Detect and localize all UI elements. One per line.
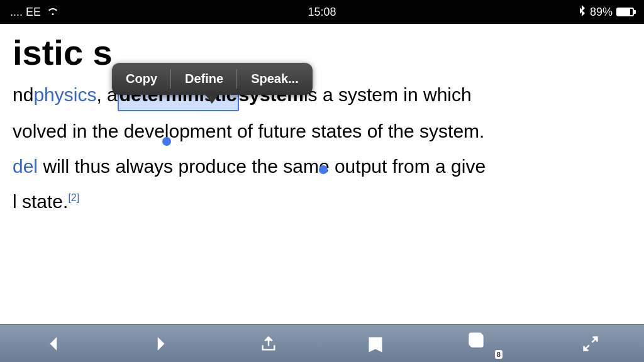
svg-marker-0 xyxy=(51,337,57,349)
bottom-toolbar: 8 xyxy=(0,324,644,362)
model-link[interactable]: del xyxy=(13,156,38,177)
forward-button[interactable] xyxy=(145,331,177,356)
wifi-icon xyxy=(46,6,60,19)
speak-button[interactable]: Speak... xyxy=(237,63,313,95)
fullscreen-button[interactable] xyxy=(575,331,606,356)
svg-rect-3 xyxy=(471,334,483,346)
context-menu: Copy Define Speak... xyxy=(112,63,313,95)
physics-link[interactable]: physics xyxy=(33,80,96,110)
content-area: Copy Define Speak... istic s nd physics,… xyxy=(0,24,644,324)
article-line-1: istic s xyxy=(13,30,631,76)
article-body: istic s nd physics, a deterministic syst… xyxy=(0,24,644,217)
carrier-text: .... EE xyxy=(10,6,41,19)
define-button[interactable]: Define xyxy=(171,63,237,95)
bluetooth-icon xyxy=(577,5,586,19)
status-left: .... EE xyxy=(10,6,60,19)
tabs-button[interactable]: 8 xyxy=(467,331,499,356)
article-line-3: volved in the development of future stat… xyxy=(13,116,631,146)
status-time: 15:08 xyxy=(308,6,336,19)
back-button[interactable] xyxy=(38,331,69,356)
bookmarks-button[interactable] xyxy=(360,331,391,356)
article-line-5: l state.[2] xyxy=(13,187,631,217)
tabs-badge: 8 xyxy=(495,350,502,359)
status-right: 89% xyxy=(577,5,634,19)
footnote-link[interactable]: [2] xyxy=(68,192,79,203)
copy-button[interactable]: Copy xyxy=(112,63,171,95)
article-line-2: nd physics, a deterministic system is a … xyxy=(13,79,631,111)
share-button[interactable] xyxy=(253,331,284,356)
svg-marker-1 xyxy=(158,337,164,349)
battery-icon xyxy=(616,8,634,16)
battery-percentage: 89% xyxy=(590,6,613,19)
selection-handle-left[interactable] xyxy=(162,137,171,146)
selection-handle-right[interactable] xyxy=(319,165,328,174)
status-bar: .... EE 15:08 89% xyxy=(0,0,644,24)
